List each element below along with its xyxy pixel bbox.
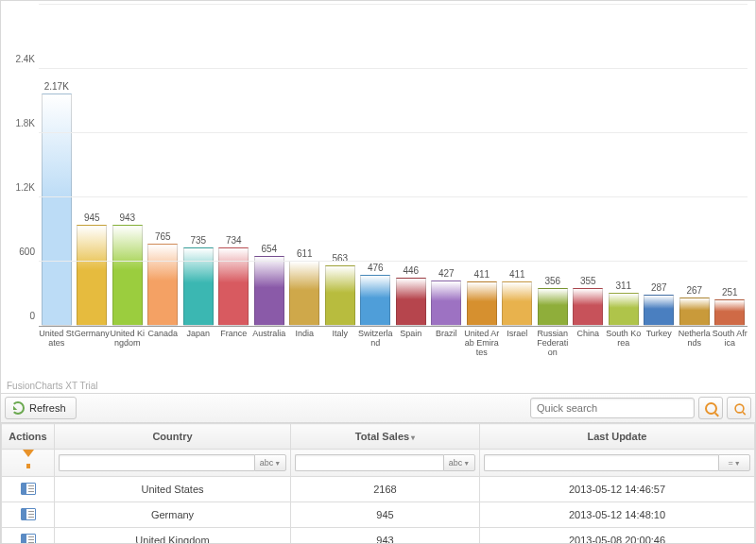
bar-slot: 411 — [500, 5, 536, 326]
chart-watermark: FusionCharts XT Trial — [7, 381, 98, 391]
table-row[interactable]: United Kingdom9432013-05-08 20:00:46 — [2, 528, 755, 544]
bar-slot: 287 — [642, 5, 678, 326]
refresh-icon — [11, 401, 25, 415]
bar-slot: 311 — [606, 5, 642, 326]
bar[interactable] — [42, 94, 72, 326]
y-tick: 2.4K — [5, 54, 35, 64]
x-tick-label: Netherlands — [677, 327, 713, 376]
app-window: 2.17K94594376573573465461156347644642741… — [0, 0, 756, 544]
bar-slot: 251 — [713, 5, 748, 326]
filter-actions[interactable] — [2, 450, 55, 477]
filter-sales-op[interactable]: abc▼ — [443, 454, 475, 471]
filter-country-input[interactable] — [59, 454, 254, 471]
bar[interactable] — [218, 247, 249, 326]
refresh-label: Refresh — [29, 402, 66, 414]
filter-sales-input[interactable] — [295, 454, 443, 471]
grid-filter-row: abc▼ abc▼ =▼ — [2, 450, 755, 477]
bar[interactable] — [431, 280, 461, 326]
bar[interactable] — [538, 288, 568, 326]
row-detail-icon — [21, 508, 36, 520]
y-tick: 1.8K — [5, 118, 35, 128]
row-sales: 943 — [291, 528, 480, 544]
row-action-cell[interactable] — [2, 502, 55, 528]
grid-header-row: Actions Country Total Sales▾ Last Update — [2, 424, 755, 450]
row-action-cell[interactable] — [2, 477, 55, 502]
bar-slot: 2.17K — [39, 5, 75, 326]
bar-value-label: 287 — [651, 282, 667, 293]
row-country: United States — [55, 477, 291, 502]
row-action-cell[interactable] — [2, 528, 55, 544]
funnel-icon — [23, 450, 34, 468]
y-tick: 600 — [5, 246, 35, 257]
bar-slot: 765 — [146, 5, 181, 326]
bar[interactable] — [254, 256, 284, 326]
bar-value-label: 765 — [155, 231, 171, 242]
bar[interactable] — [147, 244, 178, 326]
row-updated: 2013-05-12 14:48:10 — [480, 502, 755, 528]
bar[interactable] — [502, 281, 532, 326]
search-icon — [734, 403, 744, 413]
col-header-actions[interactable]: Actions — [2, 424, 55, 450]
bar-value-label: 355 — [580, 276, 596, 286]
quick-search-input[interactable] — [530, 398, 695, 418]
data-grid: Actions Country Total Sales▾ Last Update… — [1, 423, 755, 543]
refresh-button[interactable]: Refresh — [5, 397, 77, 419]
bar-slot: 356 — [535, 5, 571, 326]
table-row[interactable]: United States21682013-05-12 14:46:57 — [2, 477, 755, 502]
row-detail-icon — [21, 534, 36, 544]
bar-value-label: 945 — [84, 212, 100, 223]
bar[interactable] — [396, 278, 426, 326]
bar-value-label: 563 — [332, 253, 348, 264]
x-tick-label: Russian Federation — [535, 327, 571, 376]
x-tick-label: South Africa — [713, 327, 748, 376]
row-sales: 945 — [291, 502, 480, 528]
bar[interactable] — [112, 225, 143, 326]
search-icon — [705, 402, 717, 415]
bar[interactable] — [679, 298, 710, 326]
bar-value-label: 446 — [403, 265, 419, 276]
bar[interactable] — [573, 288, 603, 326]
x-tick-label: United Arab Emirates — [464, 327, 500, 376]
table-row[interactable]: Germany9452013-05-12 14:48:10 — [2, 502, 755, 528]
bar-slot: 355 — [571, 5, 607, 326]
x-tick-label: Italy — [322, 327, 358, 376]
col-header-sales[interactable]: Total Sales▾ — [291, 424, 480, 450]
x-tick-label: United States — [39, 327, 75, 376]
col-header-country[interactable]: Country — [55, 424, 291, 450]
x-tick-label: Germany — [75, 327, 111, 376]
bar[interactable] — [609, 293, 639, 326]
chart-plot: 2.17K94594376573573465461156347644642741… — [39, 5, 747, 327]
bar-value-label: 311 — [615, 280, 631, 291]
bar[interactable] — [77, 225, 107, 326]
bar-value-label: 411 — [509, 269, 525, 280]
bar-value-label: 476 — [368, 263, 384, 273]
bar-value-label: 654 — [261, 244, 277, 254]
bar[interactable] — [325, 265, 355, 326]
filter-country-op[interactable]: abc▼ — [254, 454, 286, 471]
bar[interactable] — [714, 299, 745, 326]
bar[interactable] — [183, 247, 214, 326]
bar[interactable] — [467, 281, 497, 326]
bar-value-label: 267 — [686, 285, 702, 296]
advanced-search-button[interactable] — [727, 397, 751, 419]
bar-value-label: 943 — [119, 212, 135, 223]
x-tick-label: Turkey — [642, 327, 678, 376]
row-country: Germany — [55, 502, 291, 528]
bar[interactable] — [360, 275, 390, 326]
filter-updated-input[interactable] — [484, 454, 718, 471]
x-tick-label: India — [287, 327, 323, 376]
filter-updated-op[interactable]: =▼ — [718, 454, 750, 471]
search-button[interactable] — [698, 397, 723, 419]
x-tick-label: South Korea — [606, 327, 642, 376]
toolbar: Refresh — [1, 393, 755, 423]
bar-value-label: 611 — [297, 248, 313, 259]
bar[interactable] — [644, 295, 674, 326]
bar[interactable] — [289, 261, 319, 326]
x-tick-label: Australia — [251, 327, 287, 376]
y-tick: 1.2K — [5, 182, 35, 193]
bar-value-label: 2.17K — [44, 81, 69, 92]
x-tick-label: Spain — [393, 327, 429, 376]
col-header-updated[interactable]: Last Update — [480, 424, 755, 450]
bar-slot: 735 — [180, 5, 216, 326]
row-detail-icon — [21, 483, 36, 495]
